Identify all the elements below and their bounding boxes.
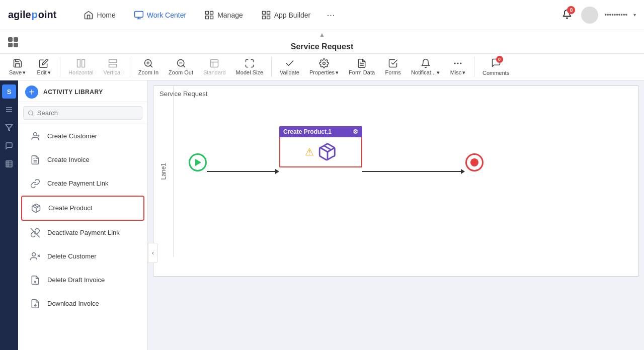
model-size-button[interactable]: Model Size: [232, 56, 267, 77]
svg-rect-22: [211, 60, 218, 67]
svg-point-28: [457, 63, 458, 64]
download-icon: [30, 299, 40, 309]
properties-icon: [319, 58, 329, 68]
node-label: Create Product.1: [283, 128, 332, 135]
standard-icon: [209, 58, 219, 68]
standard-button[interactable]: Standard: [199, 56, 230, 77]
avatar[interactable]: [581, 7, 598, 24]
page-title: Service Request: [291, 42, 354, 51]
notification-button[interactable]: 0: [559, 6, 575, 24]
svg-rect-5: [206, 16, 209, 19]
validate-button[interactable]: Validate: [276, 56, 303, 77]
horizontal-button[interactable]: Horizontal: [64, 56, 98, 77]
list-item-download-invoice[interactable]: Download Invoice: [21, 292, 144, 315]
save-button[interactable]: Save ▾: [5, 56, 30, 78]
activity-label: Create Payment Link: [47, 180, 108, 188]
logo: agilepoint: [8, 9, 56, 21]
user-plus-icon: [30, 131, 40, 141]
forms-icon: [388, 58, 398, 68]
nav-more-btn[interactable]: ···: [321, 6, 340, 24]
comments-button[interactable]: 0 Comments: [478, 56, 513, 78]
end-node[interactable]: [465, 153, 484, 171]
list-item-delete-draft-invoice[interactable]: Delete Draft Invoice: [21, 269, 144, 292]
validate-icon: [285, 58, 295, 68]
activity-label: Delete Customer: [47, 252, 97, 261]
zoom-out-icon: [176, 58, 186, 68]
edit-button[interactable]: Edit ▾: [32, 56, 56, 78]
form-data-button[interactable]: Form Data: [345, 56, 379, 77]
activity-label: Create Customer: [47, 132, 97, 141]
svg-point-41: [34, 133, 37, 136]
svg-line-55: [324, 146, 331, 150]
add-activity-button[interactable]: +: [25, 85, 38, 99]
svg-rect-9: [262, 16, 265, 19]
nav-manage[interactable]: Manage: [197, 6, 250, 24]
svg-rect-7: [262, 11, 265, 14]
canvas-wrapper[interactable]: Service Request Lane1: [148, 80, 644, 350]
box-icon: [204, 10, 214, 20]
save-icon: [13, 58, 23, 68]
list-item-deactivate-payment-link[interactable]: Deactivate Payment Link: [21, 221, 144, 244]
list-item-create-product[interactable]: Create Product: [21, 196, 144, 221]
nav-home[interactable]: Home: [76, 6, 122, 24]
activity-label: Create Product: [48, 204, 92, 213]
svg-rect-14: [109, 64, 116, 67]
activity-node[interactable]: Create Product.1 ⚙ ⚠: [279, 126, 362, 171]
list-item-create-payment-link[interactable]: Create Payment Link: [21, 172, 144, 195]
collapse-panel-sidebar-btn[interactable]: ‹: [148, 243, 158, 263]
strip-s-icon[interactable]: S: [2, 84, 16, 99]
svg-rect-8: [267, 11, 270, 14]
user-name: ••••••••••: [604, 11, 627, 19]
activity-library-title: ACTIVITY LIBRARY: [43, 89, 103, 96]
svg-line-16: [150, 65, 152, 67]
zoom-in-button[interactable]: Zoom In: [134, 56, 163, 77]
edit-icon: [39, 58, 49, 68]
start-node[interactable]: [189, 153, 207, 171]
strip-table-icon[interactable]: [2, 157, 16, 171]
misc-button[interactable]: Misc ▾: [446, 56, 470, 78]
strip-chat-icon[interactable]: [2, 139, 16, 153]
svg-rect-6: [210, 16, 213, 19]
user-x-icon: [30, 251, 40, 261]
horizontal-icon: [76, 58, 86, 68]
user-chevron-icon[interactable]: ▾: [633, 12, 636, 18]
collapse-panel-btn[interactable]: ▲: [319, 31, 325, 38]
notifications-icon: [421, 58, 431, 68]
vertical-button[interactable]: Vertical: [100, 56, 126, 77]
notification-badge: 0: [567, 6, 575, 14]
vertical-icon: [108, 58, 118, 68]
list-item-create-invoice[interactable]: Create Invoice: [21, 148, 144, 171]
svg-point-49: [32, 253, 36, 256]
node-settings-icon[interactable]: ⚙: [353, 128, 358, 135]
flow-line-1: [207, 171, 277, 172]
list-item-create-customer[interactable]: Create Customer: [21, 125, 144, 148]
svg-point-29: [460, 63, 461, 64]
strip-filter-icon[interactable]: [2, 121, 16, 135]
node-warning-icon: ⚠: [305, 146, 314, 158]
search-input[interactable]: [37, 109, 138, 117]
activity-label: Download Invoice: [47, 300, 99, 308]
strip-list-icon[interactable]: [2, 103, 16, 117]
svg-rect-3: [206, 11, 209, 14]
properties-button[interactable]: Properties ▾: [305, 56, 343, 78]
grid-toggle[interactable]: [8, 37, 18, 47]
toolbar-divider-1: [60, 57, 60, 77]
model-size-icon: [245, 58, 255, 68]
file-x-icon: [30, 275, 40, 285]
svg-rect-11: [77, 60, 80, 67]
activity-label: Create Invoice: [47, 156, 90, 164]
activity-label: Deactivate Payment Link: [47, 229, 120, 237]
monitor-icon: [134, 10, 144, 20]
flow-arrow-1: [275, 169, 279, 174]
form-data-icon: [357, 58, 367, 68]
svg-rect-13: [109, 60, 116, 63]
forms-button[interactable]: Forms: [381, 56, 405, 77]
notifications-button[interactable]: Notificat... ▾: [407, 56, 444, 78]
search-box: [23, 106, 142, 120]
list-item-delete-customer[interactable]: Delete Customer: [21, 245, 144, 268]
nav-work-center[interactable]: Work Center: [127, 6, 193, 24]
canvas-frame: Service Request Lane1: [153, 85, 639, 277]
svg-line-20: [183, 65, 185, 67]
nav-app-builder[interactable]: App Builder: [254, 6, 317, 24]
zoom-out-button[interactable]: Zoom Out: [165, 56, 197, 77]
